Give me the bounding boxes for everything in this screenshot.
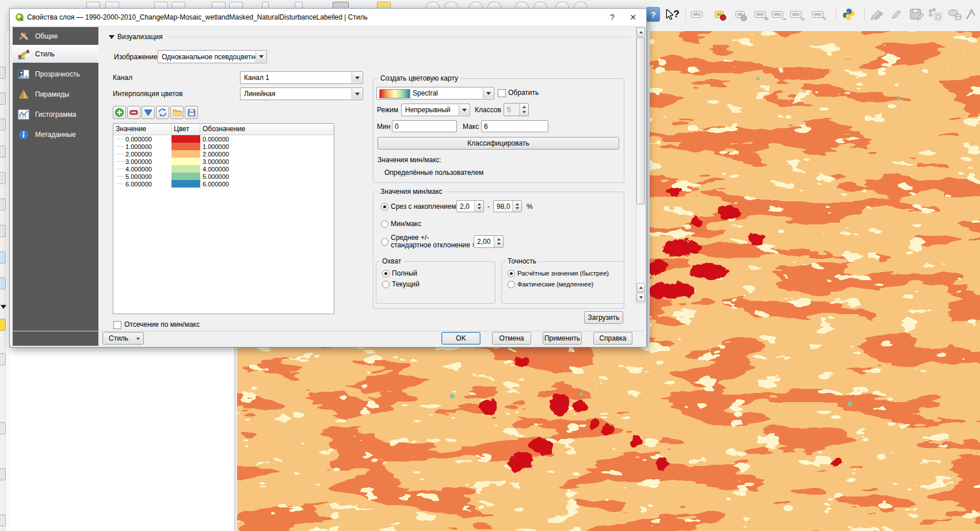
radio-option[interactable]: Полный (382, 269, 493, 280)
color-ramp-combo[interactable]: Spectral (376, 87, 494, 100)
label-edit-icon[interactable]: abc ✎ (810, 6, 825, 22)
add-entry-button[interactable] (113, 106, 126, 119)
max-input[interactable] (481, 120, 548, 132)
toolbar-icon-partial[interactable] (0, 468, 6, 480)
invert-ramp-checkbox[interactable] (498, 89, 506, 97)
label-abc-icon[interactable]: abc (689, 6, 704, 22)
python-console-icon[interactable] (841, 6, 856, 22)
dialog-help-button[interactable]: ? (606, 12, 619, 23)
dropdown-arrow-icon[interactable] (1, 305, 6, 309)
scroll-up-button[interactable] (636, 283, 645, 292)
toolbar-icon-partial[interactable] (0, 422, 6, 434)
cancel-button[interactable]: Отмена (492, 332, 531, 345)
edit-pencil-icon[interactable] (889, 6, 904, 22)
band-combo[interactable]: Канал 1 (240, 71, 363, 84)
label-rotate-icon[interactable]: abc ↻ (788, 6, 803, 22)
radio-button[interactable] (508, 270, 515, 277)
interpolation-combo[interactable]: Линейная (240, 87, 363, 100)
cumulative-cut-radio[interactable] (381, 203, 388, 211)
save-file-button[interactable] (185, 106, 198, 119)
ok-button[interactable]: OK (441, 332, 481, 345)
column-header-label[interactable]: Обозначение (200, 124, 334, 135)
toolbar-icon-partial[interactable] (966, 6, 980, 22)
cumulative-from-spinbox[interactable]: 2,0 (456, 200, 484, 212)
style-menu-button[interactable]: Стиль (102, 332, 144, 345)
render-type-combo[interactable]: Одноканальное псевдоцветное (158, 50, 267, 63)
help-contents-icon[interactable]: ? (646, 6, 661, 22)
min-input[interactable] (392, 120, 457, 132)
radio-button[interactable] (382, 270, 390, 277)
label-move-icon[interactable]: abc ↪ (770, 6, 785, 22)
stddev-radio[interactable] (381, 238, 388, 246)
spinner-arrows[interactable] (494, 236, 503, 247)
sidebar-item-metadata[interactable]: Метаданные (13, 125, 98, 143)
color-table-row[interactable]: 0.000000 0.000000 (113, 135, 334, 143)
toolbar-icon-partial[interactable] (0, 146, 6, 158)
sidebar-item-pyramids[interactable]: Пирамиды (13, 85, 98, 103)
color-swatch[interactable] (171, 135, 200, 143)
minmax-radio[interactable] (381, 220, 388, 228)
remove-entry-button[interactable] (127, 106, 140, 119)
sidebar-item-general[interactable]: Общие (13, 27, 98, 45)
save-edits-icon[interactable] (908, 6, 925, 22)
sidebar-item-transparency[interactable]: Прозрачность (13, 65, 98, 83)
color-swatch[interactable] (171, 180, 200, 188)
clip-minmax-checkbox[interactable] (113, 321, 121, 329)
dialog-scrollbar[interactable] (636, 27, 646, 303)
dialog-close-button[interactable]: ✕ (627, 12, 639, 23)
label-active-icon[interactable]: ab (712, 6, 727, 22)
color-table-row[interactable]: 2.000000 2.000000 (113, 150, 334, 158)
column-header-color[interactable]: Цвет (171, 124, 200, 135)
dialog-titlebar[interactable]: Свойства слоя — 1990-2000-2010_ChangeMap… (10, 9, 646, 26)
toolbar-icon-partial[interactable] (0, 319, 6, 331)
toolbar-icon-partial[interactable] (0, 67, 6, 79)
radio-option[interactable]: Расчётные значения (быстрее) (508, 269, 623, 280)
load-ramp-button[interactable] (156, 106, 169, 119)
load-button[interactable]: Загрузить (584, 311, 623, 324)
color-table-row[interactable]: 4.000000 4.000000 (113, 165, 334, 173)
classes-spinbox[interactable]: 5 (504, 103, 529, 116)
toolbar-icon-partial[interactable] (0, 198, 6, 211)
open-file-button[interactable] (170, 106, 184, 119)
color-table-row[interactable]: 5.000000 5.000000 (113, 173, 334, 180)
color-swatch[interactable] (171, 150, 200, 158)
cumulative-to-spinbox[interactable]: 98,0 (493, 200, 522, 212)
whats-this-icon[interactable]: ? (663, 6, 682, 22)
radio-button[interactable] (382, 281, 390, 288)
radio-option[interactable]: Текущий (382, 280, 493, 291)
color-swatch[interactable] (171, 158, 200, 165)
color-map-table[interactable]: Значение Цвет Обозначение 0.000000 0.000… (113, 123, 334, 314)
spinner-arrows[interactable] (519, 104, 528, 116)
label-visibility-icon[interactable]: abc 👁 (753, 6, 768, 22)
toolbar-icon-partial[interactable] (0, 93, 6, 105)
scrollbar-handle[interactable] (636, 37, 645, 204)
radio-option[interactable]: Фактические (медленнее) (508, 280, 623, 291)
color-table-row[interactable]: 6.000000 6.000000 (113, 180, 334, 188)
collapse-arrow-icon[interactable] (109, 35, 115, 39)
toolbar-icon-partial[interactable] (0, 353, 6, 365)
label-pin-icon[interactable]: ab (733, 6, 748, 22)
column-header-value[interactable]: Значение (113, 124, 171, 135)
toolbar-icon-partial[interactable] (0, 225, 6, 237)
sidebar-item-style[interactable]: Стиль (13, 45, 98, 63)
toolbar-icon-partial[interactable] (0, 251, 6, 263)
classify-button[interactable]: Классифицировать (377, 137, 619, 150)
spinner-arrows[interactable] (474, 201, 483, 212)
color-table-row[interactable]: 1.000000 1.000000 (113, 143, 334, 150)
spinner-arrows[interactable] (512, 201, 521, 212)
help-button[interactable]: Справка (593, 332, 632, 345)
color-table-row[interactable]: 3.000000 3.000000 (113, 158, 334, 165)
mode-combo[interactable]: Непрерывный (401, 104, 470, 116)
toolbar-icon-partial[interactable] (0, 119, 6, 131)
scroll-down-button[interactable] (636, 293, 645, 302)
color-swatch[interactable] (171, 165, 200, 173)
sidebar-item-histogram[interactable]: Гистограмма (13, 105, 98, 123)
toggle-editing-icon[interactable] (869, 6, 886, 22)
scroll-up-button[interactable] (636, 28, 645, 37)
toolbar-icon-partial[interactable] (0, 514, 6, 526)
toolbar-icon-partial[interactable] (0, 172, 6, 184)
stddev-spinbox[interactable]: 2,00 (474, 235, 504, 248)
sort-button[interactable] (142, 106, 155, 119)
color-swatch[interactable] (171, 173, 200, 180)
radio-button[interactable] (508, 281, 515, 288)
